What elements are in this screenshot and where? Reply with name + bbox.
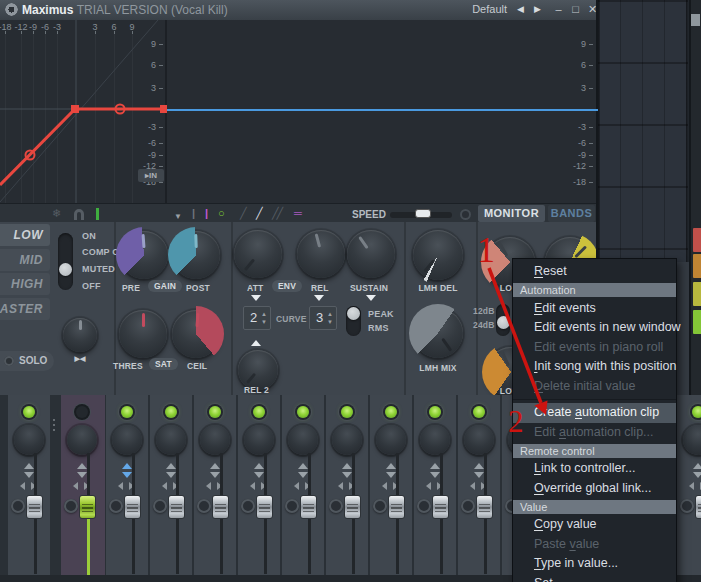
peak-rms-thumb[interactable] (347, 307, 360, 320)
pre-gain-knob[interactable] (120, 231, 168, 279)
pan-left-icon[interactable] (294, 482, 299, 490)
stepper-down-icon[interactable] (254, 472, 264, 478)
pan-left-icon[interactable] (689, 482, 694, 490)
stepper-down-icon[interactable] (430, 472, 440, 478)
menu-item-edit-events[interactable]: Edit events (513, 299, 676, 319)
fader-handle[interactable] (695, 495, 701, 519)
mixer-strip[interactable] (106, 395, 148, 582)
strip-mini-knob[interactable] (680, 499, 694, 513)
strip-led[interactable] (209, 406, 221, 418)
pan-left-icon[interactable] (206, 482, 211, 490)
post-gain-knob[interactable] (172, 231, 220, 279)
solo-button[interactable]: SOLO (0, 351, 54, 371)
speed-slider-thumb[interactable] (415, 209, 431, 218)
stepper-down-icon[interactable] (693, 472, 701, 478)
strip-mini-knob[interactable] (197, 499, 211, 513)
threshold-knob[interactable] (119, 310, 167, 358)
fader-handle[interactable] (432, 495, 449, 519)
clip-color-block[interactable] (693, 228, 701, 252)
att-curve-spinner[interactable]: 2 ▲ ▼ (243, 306, 271, 330)
strip-mini-knob[interactable] (417, 499, 431, 513)
ceiling-knob[interactable] (172, 310, 220, 358)
stepper-down-icon[interactable] (474, 472, 484, 478)
mixer-strip[interactable] (194, 395, 236, 582)
tab-mid[interactable]: MID (0, 249, 50, 271)
stepper-up-icon[interactable] (298, 463, 308, 469)
speed-reset-knob[interactable] (460, 209, 471, 220)
stereo-width-knob[interactable] (63, 318, 97, 352)
spin-up-icon[interactable]: ▲ (261, 311, 267, 317)
pan-left-icon[interactable] (250, 482, 255, 490)
stepper-down-icon[interactable] (166, 472, 176, 478)
mixer-strip[interactable] (8, 395, 50, 582)
tab-master[interactable]: MASTER (0, 298, 50, 320)
stepper-up-icon[interactable] (342, 463, 352, 469)
fader-handle[interactable] (79, 495, 96, 519)
pan-left-icon[interactable] (118, 482, 123, 490)
stepper-up-icon[interactable] (166, 463, 176, 469)
minimize-button[interactable]: – (551, 2, 566, 17)
playlist-grid[interactable] (598, 0, 688, 262)
pan-left-icon[interactable] (426, 482, 431, 490)
pan-left-icon[interactable] (162, 482, 167, 490)
mixer-strip[interactable] (61, 395, 105, 582)
strip-mini-knob[interactable] (64, 499, 78, 513)
clip-color-block[interactable] (693, 282, 701, 306)
mixer-strip[interactable] (677, 395, 701, 582)
stepper-up-icon[interactable] (254, 463, 264, 469)
strip-mini-knob[interactable] (109, 499, 123, 513)
comp-state-thumb[interactable] (59, 263, 72, 276)
stepper-up-icon[interactable] (693, 463, 701, 469)
strip-knob[interactable] (683, 425, 701, 455)
strip-mini-knob[interactable] (153, 499, 167, 513)
stepper-up-icon[interactable] (210, 463, 220, 469)
pan-left-icon[interactable] (382, 482, 387, 490)
monitor-button[interactable]: MONITOR (478, 205, 545, 222)
strip-mini-knob[interactable] (241, 499, 255, 513)
tool-hold-icon[interactable]: | (192, 207, 195, 220)
pan-left-icon[interactable] (470, 482, 475, 490)
strip-led[interactable] (76, 406, 88, 418)
clip-color-block[interactable] (693, 254, 701, 278)
fader-handle[interactable] (344, 495, 361, 519)
strip-led[interactable] (297, 406, 309, 418)
menu-item-reset[interactable]: Reset (513, 262, 676, 282)
stepper-up-icon[interactable] (474, 463, 484, 469)
tool-double-slope-icon[interactable]: ╱╱ (272, 207, 281, 220)
release2-knob[interactable] (238, 350, 278, 390)
stepper-up-icon[interactable] (77, 463, 87, 469)
strip-mini-knob[interactable] (11, 499, 25, 513)
magnet-icon[interactable] (72, 209, 86, 220)
strip-knob[interactable] (67, 425, 97, 455)
strip-led[interactable] (23, 406, 35, 418)
bands-button[interactable]: BANDS (548, 205, 595, 222)
stepper-down-icon[interactable] (298, 472, 308, 478)
strip-mini-knob[interactable] (373, 499, 387, 513)
tool-slope-b-icon[interactable]: ╱ (256, 207, 263, 220)
strip-led[interactable] (692, 406, 701, 418)
spin-down-icon[interactable]: ▼ (261, 319, 267, 325)
fader-handle[interactable] (388, 495, 405, 519)
menu-item-override-global-link[interactable]: Override global link... (513, 479, 676, 499)
mixer-strip[interactable] (326, 395, 368, 582)
stepper-down-icon[interactable] (386, 472, 396, 478)
lmh-mix-knob[interactable] (413, 308, 463, 358)
strip-knob[interactable] (200, 425, 230, 455)
strip-led[interactable] (341, 406, 353, 418)
strip-led[interactable] (165, 406, 177, 418)
freeze-icon[interactable]: ❄ (52, 207, 61, 220)
lmh-delay-knob[interactable] (413, 230, 463, 280)
tool-slope-a-icon[interactable]: ╱ (240, 207, 247, 220)
stepper-up-icon[interactable] (386, 463, 396, 469)
attack-knob[interactable] (234, 230, 282, 278)
strip-mini-knob[interactable] (285, 499, 299, 513)
strip-knob[interactable] (14, 425, 44, 455)
strip-knob[interactable] (464, 425, 494, 455)
stepper-up-icon[interactable] (24, 463, 34, 469)
mixer-strip[interactable] (414, 395, 456, 582)
stepper-up-icon[interactable] (122, 463, 132, 469)
strip-led[interactable] (429, 406, 441, 418)
fader-handle[interactable] (300, 495, 317, 519)
stepper-up-icon[interactable] (430, 463, 440, 469)
fader-handle[interactable] (26, 495, 43, 519)
